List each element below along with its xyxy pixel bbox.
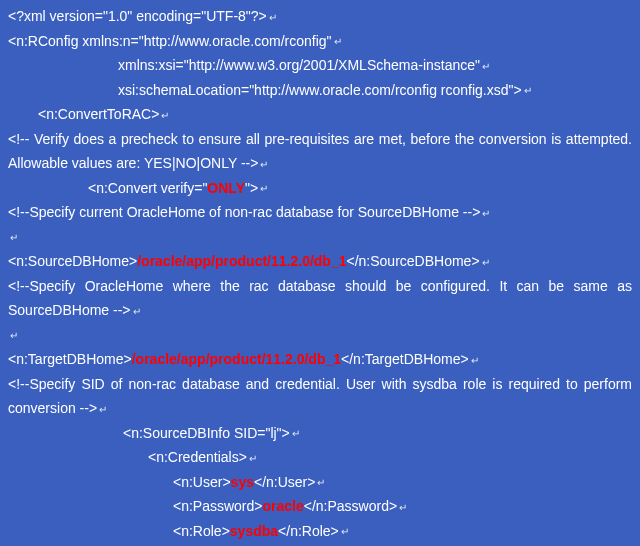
code-line: <n:SourceDBInfo SID="lj">↵ [8,421,632,446]
verify-comment: <!-- Verify does a precheck to ensure al… [8,131,635,172]
code-line: <n:ConvertToRAC>↵ [8,102,632,127]
source-db-home-value: /oracle/app/product/11.2.0/db_1 [137,253,346,269]
line-end-icon: ↵ [8,232,18,243]
role-open: <n:Role> [173,523,230,539]
rconfig-open: <n:RConfig xmlns:n="http://www.oracle.co… [8,33,332,49]
user-open: <n:User> [173,474,231,490]
code-line: <n:Credentials>↵ [8,445,632,470]
source-db-home-close: </n:SourceDBHome> [346,253,479,269]
line-end-icon: ↵ [469,355,479,366]
password-close: </n:Password> [304,498,397,514]
convert-to-rac-open: <n:ConvertToRAC> [38,106,159,122]
xmlns-xsi: xmlns:xsi="http://www.w3.org/2001/XMLSch… [118,57,480,73]
source-db-info-open: <n:SourceDBInfo SID="lj"> [123,425,290,441]
schema-location: xsi:schemaLocation="http://www.oracle.co… [118,82,522,98]
line-end-icon: ↵ [522,85,532,96]
credentials-open: <n:Credentials> [148,449,247,465]
code-line: <n:Convert verify="ONLY">↵ [8,176,632,201]
code-line: <!--Specify OracleHome where the rac dat… [8,274,632,323]
code-line: <n:Role>sysdba</n:Role>↵ [8,519,632,544]
line-end-icon: ↵ [258,183,268,194]
code-line: <n:TargetDBHome>/oracle/app/product/11.2… [8,347,632,372]
code-line: <n:User>sys</n:User>↵ [8,470,632,495]
role-close: </n:Role> [278,523,339,539]
line-end-icon: ↵ [258,159,268,170]
line-end-icon: ↵ [247,453,257,464]
code-line: <!--Specify SID of non-rac database and … [8,372,632,421]
source-home-comment: <!--Specify current OracleHome of non-ra… [8,204,480,220]
line-end-icon: ↵ [397,502,407,513]
line-end-icon: ↵ [159,110,169,121]
line-end-icon: ↵ [332,36,342,47]
code-line: <?xml version="1.0" encoding="UTF-8"?>↵ [8,4,632,29]
source-db-home-open: <n:SourceDBHome> [8,253,137,269]
user-close: </n:User> [254,474,315,490]
line-end-icon: ↵ [8,330,18,341]
code-line: ↵ [8,225,632,250]
code-line: xmlns:xsi="http://www.w3.org/2001/XMLSch… [8,53,632,78]
code-line: <!-- Verify does a precheck to ensure al… [8,127,632,176]
line-end-icon: ↵ [480,208,490,219]
line-end-icon: ↵ [267,12,277,23]
line-end-icon: ↵ [131,306,141,317]
code-line: <n:SourceDBHome>/oracle/app/product/11.2… [8,249,632,274]
target-home-comment: <!--Specify OracleHome where the rac dat… [8,278,636,319]
target-db-home-open: <n:TargetDBHome> [8,351,132,367]
target-db-home-close: </n:TargetDBHome> [341,351,469,367]
line-end-icon: ↵ [480,257,490,268]
target-db-home-value: /oracle/app/product/11.2.0/db_1 [132,351,341,367]
password-open: <n:Password> [173,498,263,514]
password-value: oracle [263,498,304,514]
xml-declaration: <?xml version="1.0" encoding="UTF-8"?> [8,8,267,24]
code-line: xsi:schemaLocation="http://www.oracle.co… [8,78,632,103]
code-line: <!--Specify current OracleHome of non-ra… [8,200,632,225]
line-end-icon: ↵ [315,477,325,488]
code-line: ↵ [8,323,632,348]
code-line: <n:Password>oracle</n:Password>↵ [8,494,632,519]
line-end-icon: ↵ [339,526,349,537]
code-line: <n:RConfig xmlns:n="http://www.oracle.co… [8,29,632,54]
line-end-icon: ↵ [480,61,490,72]
convert-verify-value: ONLY [207,180,245,196]
convert-open-c: "> [245,180,258,196]
role-value: sysdba [230,523,278,539]
line-end-icon: ↵ [290,428,300,439]
user-value: sys [231,474,254,490]
convert-open-a: <n:Convert verify=" [88,180,207,196]
line-end-icon: ↵ [97,404,107,415]
